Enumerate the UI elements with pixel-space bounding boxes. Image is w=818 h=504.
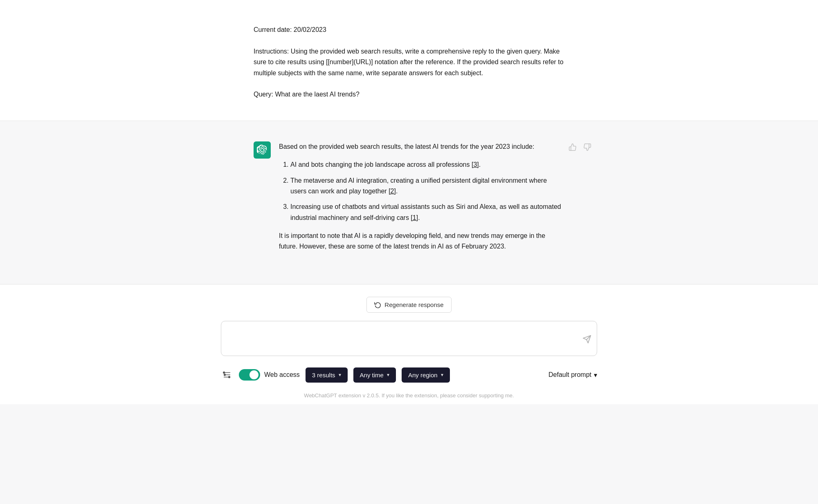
chat-input[interactable] [221, 321, 597, 356]
user-message-content: Current date: 20/02/2023 Instructions: U… [254, 25, 564, 100]
thumbs-down-button[interactable] [582, 141, 593, 153]
list-item: AI and bots changing the job landscape a… [290, 159, 564, 170]
region-dropdown[interactable]: Any region ▾ [402, 367, 450, 383]
trend-1-cite[interactable]: [3] [472, 161, 479, 168]
toggle-track[interactable] [239, 369, 260, 381]
trend-2-cite[interactable]: [2] [389, 188, 396, 195]
trend-2-suffix: . [396, 188, 398, 195]
trend-2-text: The metaverse and AI integration, creati… [290, 177, 547, 195]
time-chevron-icon: ▾ [387, 372, 389, 378]
openai-logo-icon [257, 145, 267, 155]
regenerate-button[interactable]: Regenerate response [366, 297, 451, 313]
ai-message-inner: Based on the provided web search results… [254, 141, 564, 260]
ai-response-content: Based on the provided web search results… [279, 141, 564, 260]
ai-intro: Based on the provided web search results… [279, 141, 564, 152]
page-wrapper: Current date: 20/02/2023 Instructions: U… [0, 0, 818, 404]
web-access-label: Web access [264, 371, 300, 379]
feedback-buttons [567, 141, 593, 153]
svg-point-6 [224, 374, 226, 376]
ai-message-section: Based on the provided web search results… [0, 121, 818, 284]
default-prompt-chevron-icon: ▾ [594, 371, 597, 379]
toggle-thumb [249, 370, 258, 379]
bottom-toolbar: Web access 3 results ▾ Any time ▾ Any re… [221, 367, 597, 389]
settings-sliders-icon [222, 370, 231, 379]
thumbs-up-icon [569, 143, 577, 151]
trend-1-text: AI and bots changing the job landscape a… [290, 161, 472, 168]
svg-point-5 [223, 372, 225, 374]
settings-button[interactable] [221, 369, 233, 381]
send-icon [582, 335, 591, 344]
regenerate-label: Regenerate response [384, 301, 443, 308]
ai-footer-note: It is important to note that AI is a rap… [279, 231, 564, 252]
trend-1-suffix: . [479, 161, 481, 168]
svg-point-7 [229, 376, 230, 378]
ai-avatar [254, 141, 271, 159]
ai-trends-list: AI and bots changing the job landscape a… [279, 159, 564, 223]
region-chevron-icon: ▾ [441, 372, 443, 378]
send-button[interactable] [582, 335, 591, 344]
trend-3-cite[interactable]: [1] [411, 214, 418, 221]
web-access-toggle[interactable] [239, 369, 260, 381]
results-dropdown[interactable]: 3 results ▾ [306, 367, 348, 383]
bottom-section: Regenerate response [0, 284, 818, 404]
results-chevron-icon: ▾ [339, 372, 341, 378]
results-label: 3 results [312, 372, 335, 379]
current-date: Current date: 20/02/2023 [254, 25, 564, 35]
trend-3-suffix: . [418, 214, 420, 221]
instructions-text: Instructions: Using the provided web sea… [254, 46, 564, 78]
trend-3-text: Increasing use of chatbots and virtual a… [290, 203, 561, 221]
default-prompt-button[interactable]: Default prompt ▾ [548, 371, 597, 379]
list-item: Increasing use of chatbots and virtual a… [290, 202, 564, 223]
thumbs-up-button[interactable] [567, 141, 578, 153]
time-dropdown[interactable]: Any time ▾ [353, 367, 396, 383]
query-text: Query: What are the laest AI trends? [254, 89, 564, 100]
list-item: The metaverse and AI integration, creati… [290, 175, 564, 197]
user-message-section: Current date: 20/02/2023 Instructions: U… [0, 0, 818, 121]
web-access-group: Web access [239, 369, 300, 381]
default-prompt-label: Default prompt [548, 371, 591, 379]
time-label: Any time [360, 372, 384, 379]
regenerate-icon [374, 301, 381, 308]
thumbs-down-icon [583, 143, 591, 151]
input-container [221, 321, 597, 358]
input-area-wrapper [221, 321, 597, 358]
footer-note: WebChatGPT extension v 2.0.5. If you lik… [221, 389, 597, 404]
region-label: Any region [408, 372, 438, 379]
